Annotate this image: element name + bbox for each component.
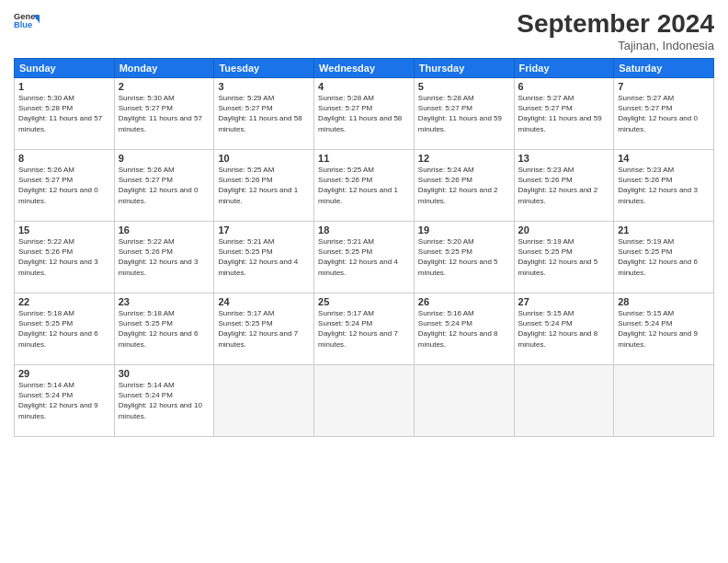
calendar-cell xyxy=(614,365,714,437)
day-info: Sunrise: 5:28 AMSunset: 5:27 PMDaylight:… xyxy=(418,93,510,134)
calendar-cell: 26Sunrise: 5:16 AMSunset: 5:24 PMDayligh… xyxy=(414,293,514,365)
calendar-cell: 25Sunrise: 5:17 AMSunset: 5:24 PMDayligh… xyxy=(314,293,415,365)
calendar-cell: 10Sunrise: 5:25 AMSunset: 5:26 PMDayligh… xyxy=(214,150,314,222)
calendar-week-3: 22Sunrise: 5:18 AMSunset: 5:25 PMDayligh… xyxy=(15,293,714,365)
header-saturday: Saturday xyxy=(614,59,714,78)
day-number: 5 xyxy=(418,81,510,92)
calendar-cell: 28Sunrise: 5:15 AMSunset: 5:24 PMDayligh… xyxy=(614,293,714,365)
header: General Blue September 2024 Tajinan, Ind… xyxy=(14,9,714,52)
logo: General Blue xyxy=(14,9,40,35)
header-wednesday: Wednesday xyxy=(314,59,415,78)
day-number: 14 xyxy=(618,153,710,164)
day-info: Sunrise: 5:29 AMSunset: 5:27 PMDaylight:… xyxy=(218,93,310,134)
day-info: Sunrise: 5:15 AMSunset: 5:24 PMDaylight:… xyxy=(618,308,710,350)
calendar-cell: 16Sunrise: 5:22 AMSunset: 5:26 PMDayligh… xyxy=(114,222,214,293)
calendar-cell: 27Sunrise: 5:15 AMSunset: 5:24 PMDayligh… xyxy=(514,293,614,365)
title-block: September 2024 Tajinan, Indonesia xyxy=(517,9,714,52)
weekday-header-row: Sunday Monday Tuesday Wednesday Thursday… xyxy=(15,59,714,78)
calendar-cell: 7Sunrise: 5:27 AMSunset: 5:27 PMDaylight… xyxy=(614,78,714,150)
day-info: Sunrise: 5:23 AMSunset: 5:26 PMDaylight:… xyxy=(518,165,610,206)
day-number: 10 xyxy=(218,153,310,164)
header-tuesday: Tuesday xyxy=(214,59,314,78)
day-number: 21 xyxy=(618,224,710,236)
day-info: Sunrise: 5:18 AMSunset: 5:25 PMDaylight:… xyxy=(119,308,210,350)
day-info: Sunrise: 5:26 AMSunset: 5:27 PMDaylight:… xyxy=(18,165,110,206)
day-info: Sunrise: 5:26 AMSunset: 5:27 PMDaylight:… xyxy=(119,165,210,206)
day-number: 7 xyxy=(618,81,710,92)
day-number: 1 xyxy=(18,81,110,92)
day-info: Sunrise: 5:28 AMSunset: 5:27 PMDaylight:… xyxy=(318,93,410,134)
day-number: 30 xyxy=(119,368,210,379)
calendar-cell: 13Sunrise: 5:23 AMSunset: 5:26 PMDayligh… xyxy=(514,150,614,222)
day-number: 23 xyxy=(119,296,210,307)
calendar-cell xyxy=(314,365,415,437)
month-title: September 2024 xyxy=(517,9,714,39)
calendar-week-0: 1Sunrise: 5:30 AMSunset: 5:28 PMDaylight… xyxy=(15,78,714,150)
day-number: 20 xyxy=(518,224,610,236)
calendar-cell: 15Sunrise: 5:22 AMSunset: 5:26 PMDayligh… xyxy=(15,222,115,293)
day-number: 26 xyxy=(418,296,510,307)
calendar-week-1: 8Sunrise: 5:26 AMSunset: 5:27 PMDaylight… xyxy=(15,150,714,222)
day-info: Sunrise: 5:25 AMSunset: 5:26 PMDaylight:… xyxy=(218,165,310,206)
day-info: Sunrise: 5:27 AMSunset: 5:27 PMDaylight:… xyxy=(518,93,610,134)
calendar-cell: 1Sunrise: 5:30 AMSunset: 5:28 PMDaylight… xyxy=(15,78,115,150)
calendar-cell: 2Sunrise: 5:30 AMSunset: 5:27 PMDaylight… xyxy=(114,78,214,150)
day-info: Sunrise: 5:30 AMSunset: 5:28 PMDaylight:… xyxy=(18,93,110,134)
calendar-cell: 9Sunrise: 5:26 AMSunset: 5:27 PMDaylight… xyxy=(114,150,214,222)
day-info: Sunrise: 5:22 AMSunset: 5:26 PMDaylight:… xyxy=(119,236,210,278)
calendar-cell: 21Sunrise: 5:19 AMSunset: 5:25 PMDayligh… xyxy=(614,222,714,293)
calendar-cell xyxy=(514,365,614,437)
day-number: 15 xyxy=(18,224,110,236)
calendar-cell: 30Sunrise: 5:14 AMSunset: 5:24 PMDayligh… xyxy=(114,365,214,437)
calendar-cell: 19Sunrise: 5:20 AMSunset: 5:25 PMDayligh… xyxy=(414,222,514,293)
day-info: Sunrise: 5:30 AMSunset: 5:27 PMDaylight:… xyxy=(119,93,210,134)
day-info: Sunrise: 5:17 AMSunset: 5:24 PMDaylight:… xyxy=(318,308,410,350)
day-number: 4 xyxy=(318,81,410,92)
calendar-cell: 3Sunrise: 5:29 AMSunset: 5:27 PMDaylight… xyxy=(214,78,314,150)
day-number: 12 xyxy=(418,153,510,164)
calendar-cell: 11Sunrise: 5:25 AMSunset: 5:26 PMDayligh… xyxy=(314,150,415,222)
day-info: Sunrise: 5:14 AMSunset: 5:24 PMDaylight:… xyxy=(119,380,210,421)
day-number: 3 xyxy=(218,81,310,92)
day-number: 8 xyxy=(18,153,110,164)
day-info: Sunrise: 5:19 AMSunset: 5:25 PMDaylight:… xyxy=(518,236,610,278)
calendar: Sunday Monday Tuesday Wednesday Thursday… xyxy=(14,58,714,437)
day-number: 13 xyxy=(518,153,610,164)
calendar-cell: 6Sunrise: 5:27 AMSunset: 5:27 PMDaylight… xyxy=(514,78,614,150)
day-number: 18 xyxy=(318,224,410,236)
logo-icon: General Blue xyxy=(14,9,40,35)
calendar-cell: 12Sunrise: 5:24 AMSunset: 5:26 PMDayligh… xyxy=(414,150,514,222)
calendar-cell: 23Sunrise: 5:18 AMSunset: 5:25 PMDayligh… xyxy=(114,293,214,365)
location: Tajinan, Indonesia xyxy=(517,39,714,52)
calendar-cell: 29Sunrise: 5:14 AMSunset: 5:24 PMDayligh… xyxy=(15,365,115,437)
day-number: 9 xyxy=(119,153,210,164)
svg-text:Blue: Blue xyxy=(14,20,32,29)
header-sunday: Sunday xyxy=(15,59,115,78)
day-info: Sunrise: 5:23 AMSunset: 5:26 PMDaylight:… xyxy=(618,165,710,206)
day-number: 6 xyxy=(518,81,610,92)
day-info: Sunrise: 5:16 AMSunset: 5:24 PMDaylight:… xyxy=(418,308,510,350)
day-info: Sunrise: 5:15 AMSunset: 5:24 PMDaylight:… xyxy=(518,308,610,350)
calendar-cell: 14Sunrise: 5:23 AMSunset: 5:26 PMDayligh… xyxy=(614,150,714,222)
calendar-cell: 8Sunrise: 5:26 AMSunset: 5:27 PMDaylight… xyxy=(15,150,115,222)
day-number: 29 xyxy=(18,368,110,379)
day-info: Sunrise: 5:25 AMSunset: 5:26 PMDaylight:… xyxy=(318,165,410,206)
calendar-cell: 18Sunrise: 5:21 AMSunset: 5:25 PMDayligh… xyxy=(314,222,415,293)
day-info: Sunrise: 5:21 AMSunset: 5:25 PMDaylight:… xyxy=(318,236,410,278)
day-info: Sunrise: 5:14 AMSunset: 5:24 PMDaylight:… xyxy=(18,380,110,421)
day-info: Sunrise: 5:21 AMSunset: 5:25 PMDaylight:… xyxy=(218,236,310,278)
calendar-cell: 5Sunrise: 5:28 AMSunset: 5:27 PMDaylight… xyxy=(414,78,514,150)
day-number: 11 xyxy=(318,153,410,164)
day-info: Sunrise: 5:18 AMSunset: 5:25 PMDaylight:… xyxy=(18,308,110,350)
header-friday: Friday xyxy=(514,59,614,78)
day-info: Sunrise: 5:27 AMSunset: 5:27 PMDaylight:… xyxy=(618,93,710,134)
day-number: 16 xyxy=(119,224,210,236)
day-number: 24 xyxy=(218,296,310,307)
day-number: 19 xyxy=(418,224,510,236)
day-number: 17 xyxy=(218,224,310,236)
day-number: 22 xyxy=(18,296,110,307)
calendar-cell: 22Sunrise: 5:18 AMSunset: 5:25 PMDayligh… xyxy=(15,293,115,365)
day-number: 2 xyxy=(119,81,210,92)
day-number: 27 xyxy=(518,296,610,307)
day-info: Sunrise: 5:24 AMSunset: 5:26 PMDaylight:… xyxy=(418,165,510,206)
